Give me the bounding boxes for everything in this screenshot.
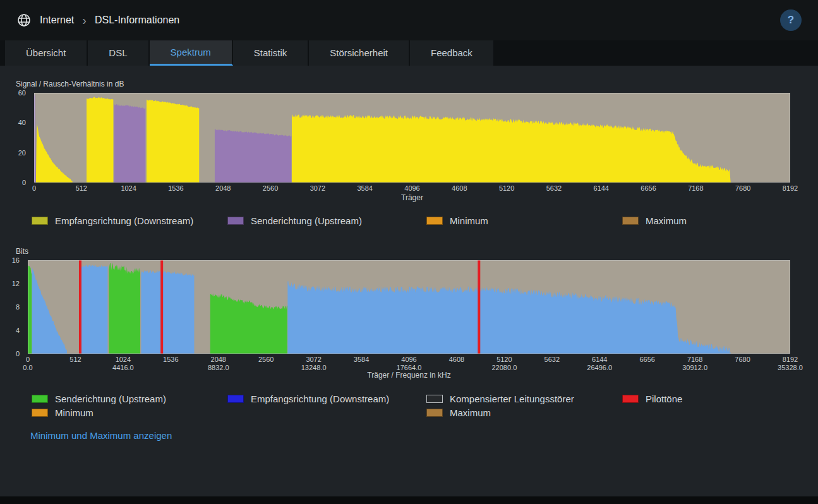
help-button[interactable]: ? (780, 9, 802, 31)
tab-feedback[interactable]: Feedback (410, 40, 495, 66)
x-tick-label: 2560 (258, 356, 274, 363)
x-tick-label: 512 (76, 184, 87, 192)
x-tick-label: 3584 (357, 184, 372, 192)
x-tick-label: 2048 (215, 184, 231, 192)
x-tick-label: 3072 (306, 356, 321, 363)
x-tick-label: 3072 (310, 184, 325, 192)
snr-x-axis-label: Träger (34, 193, 790, 202)
tab-uebersicht[interactable]: Übersicht (5, 40, 88, 66)
tab-spektrum[interactable]: Spektrum (150, 40, 233, 66)
legend-label: Senderichtung (Upstream) (251, 215, 362, 226)
legend-item-upstream-bits: Senderichtung (Upstream) (32, 393, 166, 404)
legend-item-pilottoene: Pilottöne (622, 393, 682, 404)
legend-label: Kompensierter Leitungsstörer (450, 393, 574, 404)
x-tick-label: 6144 (594, 184, 609, 192)
x-tick-label: 6656 (641, 184, 656, 192)
x-tick-label: 0 (26, 356, 30, 363)
legend-label: Minimum (55, 407, 93, 418)
x-tick-label: 7680 (735, 356, 750, 363)
x-tick-label: 512 (69, 356, 81, 363)
legend-label: Minimum (450, 215, 488, 226)
x-tick-label: 2560 (263, 184, 278, 192)
legend-label: Maximum (646, 215, 687, 226)
tab-statistik[interactable]: Statistik (233, 40, 310, 66)
legend-label: Senderichtung (Upstream) (55, 393, 166, 404)
x-tick-label: 3584 (354, 356, 369, 363)
x-tick-label: 1536 (163, 356, 178, 363)
y-tick-label: 4 (16, 327, 20, 334)
legend-item-downstream-bits: Empfangsrichtung (Downstream) (227, 393, 389, 404)
legend-label: Maximum (450, 407, 491, 418)
x-tick-label: 8192 (783, 184, 798, 192)
breadcrumb-internet[interactable]: Internet (40, 15, 74, 26)
x-tick-label: 0 (32, 184, 36, 192)
legend-item-minimum-snr: Minimum (426, 215, 488, 226)
x-tick-label: 4096 (401, 356, 416, 363)
legend-label: Pilottöne (646, 393, 682, 404)
y-tick-label: 16 (12, 256, 20, 264)
min-max-toggle-link[interactable]: Minimum und Maximum anzeigen (30, 430, 172, 441)
y-tick-label: 8 (16, 303, 20, 311)
legend-swatch-minimum-snr (426, 217, 443, 225)
footer-bar (0, 496, 818, 504)
bits-y-axis: 0481216 (0, 260, 23, 354)
bits-spectrum-plot (28, 260, 790, 354)
legend-swatch-minimum-bits (32, 409, 48, 417)
legend-item-maximum-bits: Maximum (426, 407, 491, 418)
x-tick-label: 4608 (452, 184, 467, 192)
y-tick-label: 60 (18, 89, 26, 97)
legend-swatch-kompensierter (426, 395, 443, 403)
y-tick-label: 40 (18, 119, 26, 126)
legend-swatch-upstream-bits (32, 395, 48, 403)
snr-chart-title: Signal / Rausch-Verhältnis in dB (16, 80, 124, 88)
legend-swatch-maximum-snr (622, 217, 639, 225)
legend-label: Empfangsrichtung (Downstream) (55, 215, 193, 226)
x-tick-label: 4096 (404, 184, 419, 192)
snr-x-axis: 0512102415362048256030723584409646085120… (0, 184, 818, 193)
bits-chart-title: Bits (16, 247, 28, 256)
y-tick-label: 12 (12, 280, 20, 287)
x-tick-label: 4608 (449, 356, 464, 363)
x-tick-label: 1024 (121, 184, 136, 192)
legend-item-maximum-snr: Maximum (622, 215, 687, 226)
header-bar: Internet › DSL-Informationen ? (0, 0, 818, 40)
y-tick-label: 20 (18, 149, 26, 157)
bits-x-axis: 0512102415362048256030723584409646085120… (0, 356, 818, 364)
tab-bar: Übersicht DSL Spektrum Statistik Störsic… (0, 40, 818, 66)
x-tick-label: 6144 (592, 356, 607, 363)
legend-swatch-downstream-bits (227, 395, 244, 403)
x-tick-label: 1024 (116, 356, 131, 363)
breadcrumb-current: DSL-Informationen (95, 15, 179, 26)
legend-swatch-maximum-bits (426, 409, 443, 417)
x-tick-label: 1536 (168, 184, 183, 192)
chevron-right-icon: › (82, 14, 87, 27)
snr-y-axis: 0204060 (0, 93, 29, 183)
bits-x-axis-label: Träger / Frequenz in kHz (28, 371, 790, 380)
x-tick-label: 7168 (688, 184, 703, 192)
legend-label: Empfangsrichtung (Downstream) (251, 393, 389, 404)
tab-dsl[interactable]: DSL (88, 40, 149, 66)
legend-swatch-upstream-snr (227, 217, 244, 225)
x-tick-label: 5632 (546, 184, 562, 192)
x-tick-label: 8192 (783, 356, 798, 363)
legend-item-upstream-snr: Senderichtung (Upstream) (227, 215, 362, 226)
x-tick-label: 6656 (639, 356, 654, 363)
tab-stoersicherheit[interactable]: Störsicherheit (309, 40, 410, 66)
x-tick-label: 7680 (735, 184, 750, 192)
x-tick-label: 5120 (496, 356, 512, 363)
legend-item-kompensierter-leitungsstoerer: Kompensierter Leitungsstörer (426, 393, 574, 404)
snr-spectrum-plot (34, 93, 790, 183)
x-tick-label: 5632 (544, 356, 560, 363)
x-tick-label: 7168 (687, 356, 702, 363)
dsl-informationen-page: Internet › DSL-Informationen ? Übersicht… (0, 0, 818, 504)
x-tick-label: 5120 (499, 184, 514, 192)
globe-icon (16, 13, 32, 28)
legend-item-downstream-snr: Empfangsrichtung (Downstream) (32, 215, 193, 226)
legend-swatch-pilottoene (622, 395, 639, 403)
legend-item-minimum-bits: Minimum (32, 407, 93, 418)
legend-swatch-downstream-snr (32, 217, 48, 225)
x-tick-label: 2048 (211, 356, 226, 363)
